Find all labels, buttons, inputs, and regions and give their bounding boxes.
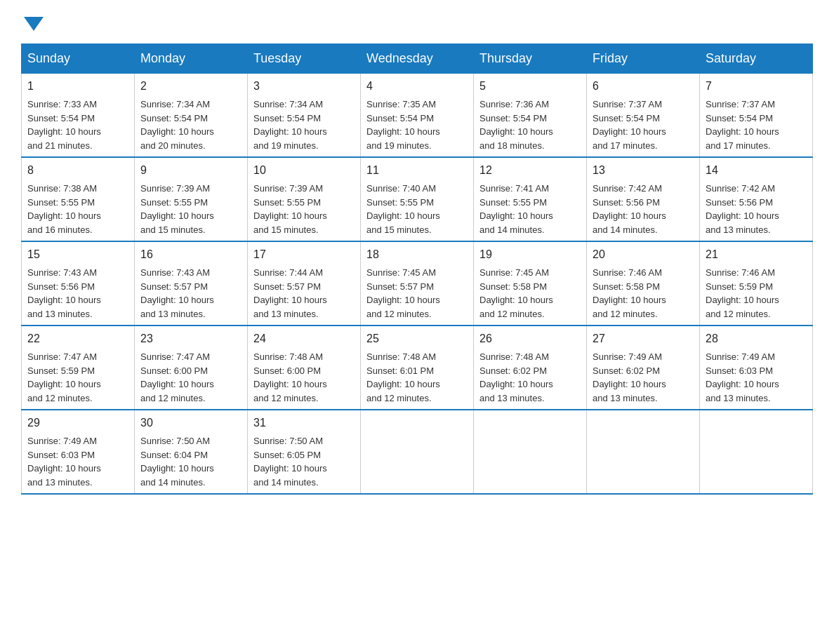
day-number: 16 bbox=[140, 246, 241, 263]
day-number: 11 bbox=[366, 162, 468, 179]
day-number: 30 bbox=[140, 415, 241, 431]
calendar-cell: 2 Sunrise: 7:34 AMSunset: 5:54 PMDayligh… bbox=[135, 74, 248, 158]
day-number: 8 bbox=[27, 162, 128, 179]
page-header bbox=[21, 14, 813, 29]
calendar-cell: 1 Sunrise: 7:33 AMSunset: 5:54 PMDayligh… bbox=[22, 74, 135, 158]
calendar: SundayMondayTuesdayWednesdayThursdayFrid… bbox=[21, 43, 813, 495]
calendar-cell bbox=[361, 410, 474, 494]
calendar-cell: 28 Sunrise: 7:49 AMSunset: 6:03 PMDaylig… bbox=[700, 326, 813, 410]
calendar-cell: 13 Sunrise: 7:42 AMSunset: 5:56 PMDaylig… bbox=[587, 157, 700, 241]
day-number: 1 bbox=[27, 78, 128, 95]
calendar-cell: 14 Sunrise: 7:42 AMSunset: 5:56 PMDaylig… bbox=[700, 157, 813, 241]
calendar-cell: 29 Sunrise: 7:49 AMSunset: 6:03 PMDaylig… bbox=[22, 410, 135, 494]
calendar-cell bbox=[587, 410, 700, 494]
calendar-cell: 9 Sunrise: 7:39 AMSunset: 5:55 PMDayligh… bbox=[135, 157, 248, 241]
calendar-cell: 3 Sunrise: 7:34 AMSunset: 5:54 PMDayligh… bbox=[248, 74, 361, 158]
calendar-cell bbox=[474, 410, 587, 494]
day-number: 31 bbox=[253, 415, 355, 431]
calendar-header-tuesday: Tuesday bbox=[248, 44, 361, 74]
calendar-cell: 20 Sunrise: 7:46 AMSunset: 5:58 PMDaylig… bbox=[587, 241, 700, 326]
calendar-header-wednesday: Wednesday bbox=[361, 44, 474, 74]
calendar-cell: 5 Sunrise: 7:36 AMSunset: 5:54 PMDayligh… bbox=[474, 74, 587, 158]
logo bbox=[21, 14, 44, 29]
calendar-cell: 26 Sunrise: 7:48 AMSunset: 6:02 PMDaylig… bbox=[474, 326, 587, 410]
calendar-cell: 8 Sunrise: 7:38 AMSunset: 5:55 PMDayligh… bbox=[22, 157, 135, 241]
calendar-week-row: 1 Sunrise: 7:33 AMSunset: 5:54 PMDayligh… bbox=[22, 74, 813, 158]
calendar-cell: 10 Sunrise: 7:39 AMSunset: 5:55 PMDaylig… bbox=[248, 157, 361, 241]
day-number: 25 bbox=[366, 330, 468, 347]
calendar-cell: 15 Sunrise: 7:43 AMSunset: 5:56 PMDaylig… bbox=[22, 241, 135, 326]
day-number: 20 bbox=[593, 246, 694, 263]
day-number: 4 bbox=[366, 78, 468, 95]
calendar-header-monday: Monday bbox=[135, 44, 248, 74]
day-number: 18 bbox=[366, 246, 468, 263]
day-number: 22 bbox=[27, 330, 128, 347]
calendar-cell: 7 Sunrise: 7:37 AMSunset: 5:54 PMDayligh… bbox=[700, 74, 813, 158]
day-number: 28 bbox=[706, 330, 807, 347]
calendar-cell: 23 Sunrise: 7:47 AMSunset: 6:00 PMDaylig… bbox=[135, 326, 248, 410]
day-number: 27 bbox=[593, 330, 694, 347]
calendar-header-saturday: Saturday bbox=[700, 44, 813, 74]
calendar-cell: 12 Sunrise: 7:41 AMSunset: 5:55 PMDaylig… bbox=[474, 157, 587, 241]
day-number: 23 bbox=[140, 330, 241, 347]
calendar-cell bbox=[700, 410, 813, 494]
calendar-week-row: 22 Sunrise: 7:47 AMSunset: 5:59 PMDaylig… bbox=[22, 326, 813, 410]
calendar-header-row: SundayMondayTuesdayWednesdayThursdayFrid… bbox=[22, 44, 813, 74]
calendar-week-row: 29 Sunrise: 7:49 AMSunset: 6:03 PMDaylig… bbox=[22, 410, 813, 494]
calendar-header-thursday: Thursday bbox=[474, 44, 587, 74]
calendar-cell: 22 Sunrise: 7:47 AMSunset: 5:59 PMDaylig… bbox=[22, 326, 135, 410]
day-number: 3 bbox=[253, 78, 355, 95]
day-number: 5 bbox=[479, 78, 581, 95]
calendar-week-row: 15 Sunrise: 7:43 AMSunset: 5:56 PMDaylig… bbox=[22, 241, 813, 326]
day-number: 6 bbox=[593, 78, 694, 95]
calendar-cell: 21 Sunrise: 7:46 AMSunset: 5:59 PMDaylig… bbox=[700, 241, 813, 326]
calendar-cell: 31 Sunrise: 7:50 AMSunset: 6:05 PMDaylig… bbox=[248, 410, 361, 494]
logo-triangle-icon bbox=[24, 17, 44, 31]
calendar-cell: 18 Sunrise: 7:45 AMSunset: 5:57 PMDaylig… bbox=[361, 241, 474, 326]
day-number: 14 bbox=[706, 162, 807, 179]
calendar-cell: 17 Sunrise: 7:44 AMSunset: 5:57 PMDaylig… bbox=[248, 241, 361, 326]
calendar-cell: 25 Sunrise: 7:48 AMSunset: 6:01 PMDaylig… bbox=[361, 326, 474, 410]
calendar-cell: 30 Sunrise: 7:50 AMSunset: 6:04 PMDaylig… bbox=[135, 410, 248, 494]
day-number: 12 bbox=[479, 162, 581, 179]
day-number: 13 bbox=[593, 162, 694, 179]
day-number: 26 bbox=[479, 330, 581, 347]
calendar-cell: 11 Sunrise: 7:40 AMSunset: 5:55 PMDaylig… bbox=[361, 157, 474, 241]
day-number: 10 bbox=[253, 162, 355, 179]
calendar-cell: 19 Sunrise: 7:45 AMSunset: 5:58 PMDaylig… bbox=[474, 241, 587, 326]
day-number: 29 bbox=[27, 415, 128, 431]
calendar-header-friday: Friday bbox=[587, 44, 700, 74]
day-number: 15 bbox=[27, 246, 128, 263]
calendar-cell: 6 Sunrise: 7:37 AMSunset: 5:54 PMDayligh… bbox=[587, 74, 700, 158]
day-number: 9 bbox=[140, 162, 241, 179]
day-number: 24 bbox=[253, 330, 355, 347]
day-number: 7 bbox=[706, 78, 807, 95]
day-number: 2 bbox=[140, 78, 241, 95]
calendar-cell: 4 Sunrise: 7:35 AMSunset: 5:54 PMDayligh… bbox=[361, 74, 474, 158]
day-number: 17 bbox=[253, 246, 355, 263]
calendar-cell: 16 Sunrise: 7:43 AMSunset: 5:57 PMDaylig… bbox=[135, 241, 248, 326]
day-number: 21 bbox=[706, 246, 807, 263]
calendar-header-sunday: Sunday bbox=[22, 44, 135, 74]
calendar-week-row: 8 Sunrise: 7:38 AMSunset: 5:55 PMDayligh… bbox=[22, 157, 813, 241]
calendar-cell: 24 Sunrise: 7:48 AMSunset: 6:00 PMDaylig… bbox=[248, 326, 361, 410]
calendar-cell: 27 Sunrise: 7:49 AMSunset: 6:02 PMDaylig… bbox=[587, 326, 700, 410]
day-number: 19 bbox=[479, 246, 581, 263]
